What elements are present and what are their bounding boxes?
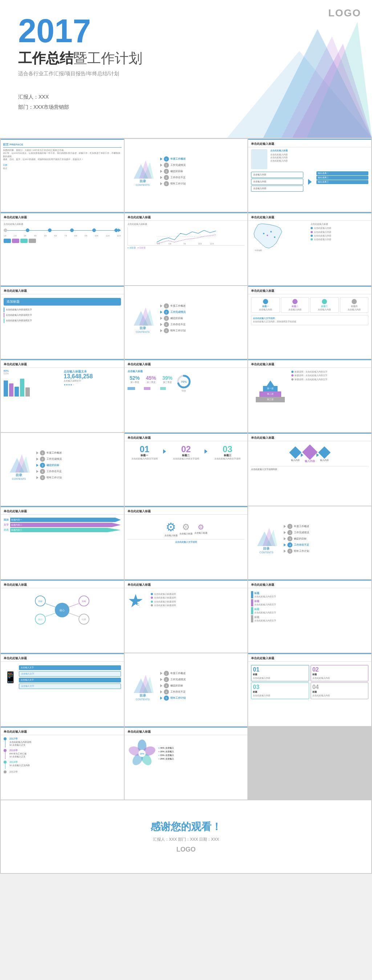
slide-6-title: 单击此处输入标题 [248,213,371,221]
contents-item-1: 1 年度工作概述 [160,156,244,162]
svg-text:目标: 目标 [38,600,43,602]
add-label-btn[interactable]: 添加标题 [4,298,121,305]
thankyou-text: 感谢您的观看！ [150,820,222,834]
slide-preface: 前言 PREFACE 亲爱的同事、朋友们，大家好！PPT作为工作总结汇报来之不易… [1,139,124,212]
contents-item-2: 2 工作完成情况 [160,162,244,168]
svg-line-47 [69,613,79,617]
svg-text:策略: 策略 [82,600,86,602]
tlv-2017: 2017年 点击此处输入内容说明10 点击输入正文 [4,737,121,748]
slide-mindmap: 单击此处输入标题 核心 目标 策略 执行 结果 [1,580,124,652]
contents-2-en: CONTENTS [128,331,157,333]
slide-17-title: 单击此处输入标题 [125,507,248,515]
slide-contents-2: 目录 CONTENTS 1 年度工作概述 2 工作完成情况 [125,286,248,359]
svg-line-44 [46,603,55,607]
slide-4-title: 单击此处输入标题 [1,213,124,221]
svg-text:10月: 10月 [198,243,202,245]
thankyou-sub: 汇报人：XXX 部门：XXX 日期：XXX [150,837,222,842]
logo: LOGO [328,7,361,19]
slide-arrows-3: 单击此处输入标题 01 标题一 点击此处输入内容文字说明 02 标题二 点击此处… [125,433,248,506]
slide-diamond: 单击此处输入标题 输入内容 输入内容 输入内容 点击此处输入文 [248,433,371,506]
svg-text:70%: 70% [181,380,187,383]
slide-timeline: 单击此处输入标题 点击此处输入副标题 1月 2月 3月 [1,212,124,285]
cover-slide: LOGO 2017 工作总结暨工作计划 适合各行业工作汇报/项目报告/年终总结/… [0,0,372,138]
slide-20-title: 单击此处输入标题 [125,581,248,588]
slide-16-title: 单击此处输入标题 [1,507,124,515]
cover-content: 2017 工作总结暨工作计划 适合各行业工作汇报/项目报告/年终总结/计划 汇报… [18,14,142,112]
slide-19-title: 单击此处输入标题 [1,581,124,588]
slides-grid: 前言 PREFACE 亲爱的同事、朋友们，大家好！PPT作为工作总结汇报来之不易… [0,138,372,874]
slide-26-title: 单击此处输入标题 [125,727,248,735]
slide-21-title: 单击此处输入标题 [248,581,371,588]
slide-funnel: 单击此处输入标题 添加 标题内容一 文字 标题内容二 [1,506,124,579]
preface-header: 前言 PREFACE [3,142,122,148]
slide-gears: 单击此处输入标题 ⚙ 点击输入标题 ⚙ 点击输入标题 ⚙ 点击输入标题 点击此处… [125,506,248,579]
slide-22-title: 单击此处输入标题 [1,654,124,662]
slide-pct: 单击此处输入标题 点击输入标题 52% 第一季度 45% 第二季度 39% 第三… [125,360,248,432]
svg-point-14 [270,231,272,232]
contents-title-en: CONTENTS [128,184,157,186]
contents-item-5: 5 明年工作计划 [160,181,244,186]
tlv-2014: 2014年 10 点击输入正文内容 [4,760,121,769]
slide-map: 单击此处输入标题 中国地图 点击此处输入标题 点击此处输入内容 [248,212,371,285]
preface-text: 亲爱的同事、朋友们，大家好！PPT作为工作总结汇报来之不易。 2017年，以XX… [3,149,122,161]
contents-2-cn: 目录 [128,326,157,331]
slide-contents-5: 目录 CONTENTS 1 年度工作概述 2 工作完成情况 [125,653,248,726]
slide-contents-3: 目录 CONTENTS 1 年度工作概述 2 工作完成情况 [1,433,124,506]
cover-year: 2017 [18,14,142,47]
slide-text-v: 单击此处输入标题 标题 点击此处输入内容文字 标题 点击此处输入内容文字 [248,580,371,652]
c2-item-1: 1 年度工作概述 [160,303,244,309]
c2-item-4: 4 工作存在不足 [160,322,244,327]
reporter-label: 汇报人：XXX [18,92,142,102]
svg-text:4月: 4月 [168,243,171,245]
slide-7-title: 单击此处输入标题 [1,286,124,294]
svg-point-17 [263,233,264,234]
slide-5-title: 单击此处输入标题 [125,213,248,221]
slide-11-title: 单击此处输入标题 [125,360,248,368]
svg-point-16 [274,237,275,238]
svg-text:15%: 15% [140,752,145,755]
slide-contents-1: 目录 CONTENTS 1 年度工作概述 2 工作完成情况 [125,139,248,212]
cover-title-normal: 暨工作计划 [73,51,142,66]
contents-item-4: 4 工作存在不足 [160,175,244,180]
c2-item-5: 5 明年工作计划 [160,328,244,333]
svg-text:7月: 7月 [183,243,186,245]
slide-boxes-labeled: 单击此处输入标题 01 标题 点击此处输入内容 02 标题 点击此处输入内容 0… [248,653,371,726]
contents-item-3: 3 确定的目标 [160,169,244,174]
contents-title-cn: 目录 [128,179,157,184]
svg-text:中国地图: 中国地图 [255,249,262,251]
cover-subtitle: 适合各行业工作汇报/项目报告/年终总结/计划 [18,71,142,77]
slide-add-label: 单击此处输入标题 添加标题 点击此处输入内容说明文字 点击此处输入内容说明文字 … [1,286,124,359]
slide-24-title: 单击此处输入标题 [248,654,371,662]
svg-line-45 [69,603,79,607]
slide-10-title: 单击此处输入标题 [1,360,124,368]
slide-15-title: 单击此处输入标题 [248,434,371,441]
svg-rect-24 [160,387,166,390]
svg-line-46 [46,613,55,617]
slide-phone: 单击此处输入标题 📱 点击输入文字 点击输入文字 点击输入文字 点击输入文字 [1,653,124,726]
slide-9-title: 单击此处输入标题 [248,286,371,294]
svg-rect-22 [128,387,135,390]
tlv-2016: 2016年 PPT作为工作汇报10 点击输入正文 [4,749,121,759]
tlv-2013: 2013年 [4,770,121,774]
c2-item-3: 3 确定的目标 [160,316,244,321]
c2-item-2: 2 工作完成情况 [160,310,244,315]
cover-title-bold: 工作总结 [18,51,73,66]
thankyou-logo: LOGO [150,846,222,853]
slide-14-title: 单击此处输入标题 [125,434,248,441]
svg-text:结果: 结果 [82,619,86,620]
slide-barchart: 单击此处输入标题 60% 53% 点击输入标题文本 13,648,2 [1,360,124,432]
svg-rect-23 [144,387,150,390]
slide-thankyou: 感谢您的观看！ 汇报人：XXX 部门：XXX 日期：XXX LOGO [1,800,371,873]
slide-year-timeline: 单击此处输入标题 2017年 点击此处输入内容说明10 点击输入正文 [1,727,124,800]
svg-text:执行: 执行 [38,619,43,620]
svg-point-15 [267,235,268,236]
svg-text:1月: 1月 [157,243,160,245]
slide-boxes-4col: 单击此处输入标题 标题一 点击输入内容 标题二 点击输入内容 标题三 点击输入内… [248,286,371,359]
slide-pyramid: 单击此处输入标题 第一层 第二层 第三层 标题说明：点击此处输入内容文字 标题说… [248,360,371,432]
slide-25-title: 单击此处输入标题 [1,727,124,735]
slide-12-title: 单击此处输入标题 [248,360,371,368]
cover-title: 工作总结暨工作计划 [18,49,142,68]
slide-pie-text: 单击此处输入标题 15% ● 40% 点击输入 [125,727,248,800]
slide-star: 单击此处输入标题 ★ 点击此处输入标题说明 点击此处输入标题说明 点击此处输入标… [125,580,248,652]
svg-text:核心: 核心 [59,609,65,612]
